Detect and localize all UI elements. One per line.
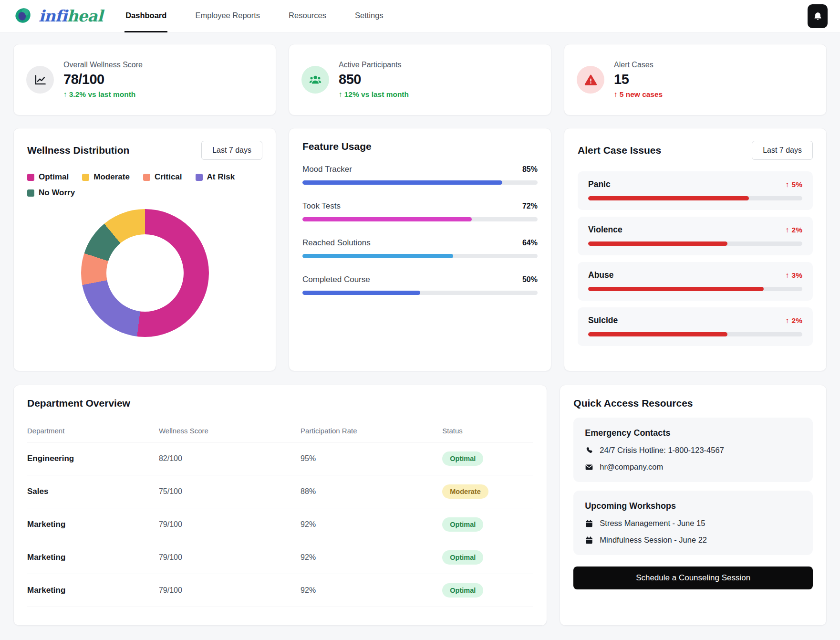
up-arrow-icon: ↑ (786, 226, 789, 234)
progress-track (588, 332, 802, 336)
progress-fill (588, 196, 749, 200)
stat-value: 850 (339, 72, 409, 87)
feature-row-reached-solutions: Reached Solutions64% (302, 238, 538, 258)
col-participation-rate: Participation Rate (301, 427, 442, 435)
upcoming-workshops-panel: Upcoming Workshops Stress Management - J… (573, 491, 813, 555)
notifications-button[interactable] (808, 4, 828, 28)
upcoming-workshops-title: Upcoming Workshops (585, 501, 801, 511)
stat-delta: ↑3.2% vs last month (63, 90, 143, 99)
calendar-icon (585, 536, 593, 545)
dashboard-content: Overall Wellness Score 78/100 ↑3.2% vs l… (0, 32, 840, 626)
quick-access-title: Quick Access Resources (573, 398, 813, 409)
participants-icon (301, 66, 329, 94)
status-badge: Optimal (442, 583, 483, 598)
email-text: hr@company.com (600, 462, 663, 472)
department-overview-card: Department Overview Department Wellness … (13, 385, 547, 626)
wellness-range-select[interactable]: Last 7 days (201, 141, 262, 160)
alert-range-select[interactable]: Last 7 days (752, 141, 813, 160)
stat-value: 15 (614, 72, 663, 87)
email-row[interactable]: hr@company.com (585, 462, 801, 472)
progress-track (302, 291, 538, 295)
up-arrow-icon: ↑ (614, 90, 618, 99)
department-table: Department Wellness Score Participation … (27, 420, 533, 607)
legend-item-moderate: Moderate (82, 172, 130, 182)
up-arrow-icon: ↑ (339, 90, 342, 99)
progress-fill (302, 291, 420, 295)
legend-swatch (196, 174, 203, 181)
emergency-contacts-panel: Emergency Contacts 24/7 Crisis Hotline: … (573, 418, 813, 482)
legend-swatch (82, 174, 89, 181)
progress-fill (588, 332, 727, 336)
bell-icon (813, 11, 823, 21)
workshop-text: Stress Management - June 15 (600, 519, 705, 528)
status-badge: Optimal (442, 451, 483, 466)
feature-usage-card: Feature Usage Mood Tracker85% Took Tests… (289, 128, 551, 371)
schedule-counseling-button[interactable]: Schedule a Counseling Session (573, 567, 813, 589)
nav-tab-resources[interactable]: Resources (288, 0, 327, 32)
progress-fill (302, 180, 502, 185)
progress-fill (302, 254, 453, 258)
nav-tab-settings[interactable]: Settings (354, 0, 384, 32)
hotline-row[interactable]: 24/7 Crisis Hotline: 1-800-123-4567 (585, 446, 801, 455)
wellness-distribution-card: Wellness Distribution Last 7 days Optima… (13, 128, 276, 371)
emergency-contacts-title: Emergency Contacts (585, 428, 801, 438)
progress-track (588, 287, 802, 291)
legend-item-no-worry: No Worry (27, 188, 75, 198)
alert-triangle-icon (577, 66, 604, 94)
legend-item-at-risk: At Risk (196, 172, 235, 182)
calendar-icon (585, 519, 593, 528)
brand-name: infiheal (39, 8, 103, 24)
workshop-row[interactable]: Stress Management - June 15 (585, 519, 801, 528)
top-navbar: infiheal Dashboard Employee Reports Reso… (0, 0, 840, 32)
progress-fill (588, 241, 727, 246)
wellness-donut-chart (81, 209, 209, 337)
col-status: Status (442, 427, 533, 435)
progress-track (302, 217, 538, 221)
legend-swatch (27, 174, 34, 181)
charts-row: Wellness Distribution Last 7 days Optima… (13, 128, 827, 371)
stat-delta: ↑12% vs last month (339, 90, 409, 99)
up-arrow-icon: ↑ (786, 180, 789, 189)
nav-tab-dashboard[interactable]: Dashboard (124, 0, 167, 32)
stat-card-wellness-score: Overall Wellness Score 78/100 ↑3.2% vs l… (13, 44, 276, 115)
progress-track (588, 241, 802, 246)
alert-issues-list: Panic↑5% Violence↑2% Abuse↑3% Suicide↑2% (578, 171, 813, 346)
workshop-row[interactable]: Mindfulness Session - June 22 (585, 535, 801, 545)
donut-legend: Optimal Moderate Critical At Risk No Wor… (27, 172, 262, 198)
legend-swatch (27, 189, 34, 197)
feature-row-took-tests: Took Tests72% (302, 201, 538, 221)
up-arrow-icon: ↑ (786, 316, 789, 325)
feature-usage-title: Feature Usage (302, 141, 538, 152)
feature-row-mood-tracker: Mood Tracker85% (302, 165, 538, 185)
table-row: Sales 75/100 88% Moderate (27, 475, 533, 508)
trend-chart-icon (26, 66, 54, 94)
legend-item-optimal: Optimal (27, 172, 69, 182)
col-department: Department (27, 427, 159, 435)
stat-label: Active Participants (339, 61, 409, 69)
stat-value: 78/100 (63, 72, 143, 87)
table-row: Marketing 79/100 92% Optimal (27, 541, 533, 574)
col-wellness-score: Wellness Score (159, 427, 301, 435)
feature-usage-list: Mood Tracker85% Took Tests72% Reached So… (302, 165, 538, 295)
quick-access-card: Quick Access Resources Emergency Contact… (560, 385, 827, 626)
infiheal-droplet-icon (13, 6, 34, 27)
stats-row: Overall Wellness Score 78/100 ↑3.2% vs l… (13, 44, 827, 115)
progress-fill (302, 217, 472, 221)
legend-item-critical: Critical (143, 172, 182, 182)
progress-track (302, 254, 538, 258)
table-row: Engineering 82/100 95% Optimal (27, 442, 533, 475)
envelope-icon (585, 463, 593, 472)
workshop-text: Mindfulness Session - June 22 (600, 535, 707, 545)
legend-swatch (143, 174, 150, 181)
bottom-row: Department Overview Department Wellness … (13, 385, 827, 626)
status-badge: Optimal (442, 517, 483, 532)
nav-tab-employee-reports[interactable]: Employee Reports (194, 0, 261, 32)
table-row: Marketing 79/100 92% Optimal (27, 574, 533, 607)
brand-logo: infiheal (13, 6, 103, 27)
alert-case-issues-title: Alert Case Issues (578, 145, 661, 156)
alert-case-issues-card: Alert Case Issues Last 7 days Panic↑5% V… (564, 128, 827, 371)
issue-row-abuse: Abuse↑3% (578, 262, 813, 301)
stat-delta: ↑5 new cases (614, 90, 663, 99)
up-arrow-icon: ↑ (63, 90, 67, 99)
progress-track (302, 180, 538, 185)
